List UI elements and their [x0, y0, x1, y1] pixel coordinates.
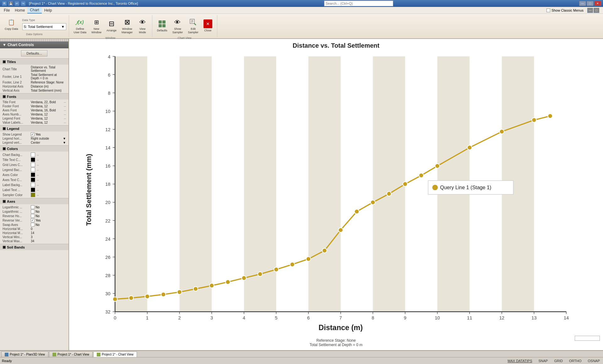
reverse-horiz-cb[interactable] [31, 214, 35, 218]
maximize-button[interactable]: □ [587, 1, 594, 6]
data-point[interactable] [145, 294, 150, 299]
data-point[interactable] [548, 114, 552, 118]
colors-section-header[interactable]: ▣ Colors [0, 145, 68, 152]
status-snap[interactable]: SNAP [537, 359, 549, 363]
minimize-button[interactable]: — [579, 1, 586, 6]
axes-color-swatch[interactable] [31, 173, 35, 177]
axes-color-edit[interactable]: -- [37, 173, 39, 177]
label-bg-swatch[interactable] [31, 183, 35, 187]
undo-icon[interactable]: ↩ [14, 1, 19, 6]
axes-section-header[interactable]: ▣ Axes [0, 198, 68, 204]
data-point[interactable] [419, 173, 424, 178]
data-point[interactable] [258, 272, 263, 276]
chart-bg-edit[interactable]: -- [37, 153, 39, 157]
tab-chart-1[interactable]: Project 1* - Chart View [49, 351, 93, 357]
legend-font-edit[interactable]: -- [64, 117, 66, 120]
data-point[interactable] [274, 267, 279, 272]
arrange-button[interactable]: ⊟ Arrange [104, 18, 119, 34]
axes-num-font-edit[interactable]: -- [64, 113, 66, 116]
footer-font-edit[interactable]: -- [64, 104, 66, 108]
titles-section-header[interactable]: ▣ Titles [0, 58, 68, 65]
data-point[interactable] [209, 283, 214, 288]
ribbon-maximize[interactable]: □ [594, 8, 599, 13]
legend-bg-edit[interactable]: -- [37, 168, 39, 172]
tab-plan-3d[interactable]: Project 1* - Plan/3D View [1, 351, 48, 357]
reverse-vert-cb[interactable]: ✓ [31, 218, 35, 222]
legend-horiz-arrow[interactable]: ▼ [63, 137, 66, 140]
search-input[interactable] [324, 1, 393, 6]
soil-bands-section-header[interactable]: ▣ Soil Bands [0, 244, 68, 250]
legend-bg-swatch[interactable] [31, 168, 35, 172]
data-point[interactable] [129, 296, 133, 300]
data-point[interactable] [371, 200, 375, 205]
svg-rect-0 [159, 20, 162, 24]
data-point[interactable] [177, 290, 182, 294]
data-point[interactable] [225, 280, 230, 284]
axes-font-edit[interactable]: -- [64, 109, 66, 112]
sampler-color-edit[interactable]: -- [37, 193, 39, 197]
label-text-edit[interactable]: -- [37, 188, 39, 192]
view-mode-button[interactable]: 👁 ViewMode [136, 16, 149, 36]
title-font-edit[interactable]: -- [64, 100, 66, 104]
menu-home[interactable]: Home [12, 8, 27, 13]
data-point[interactable] [290, 262, 295, 267]
legend-vert-arrow[interactable]: ▼ [63, 141, 66, 144]
menu-chart[interactable]: Chart [27, 7, 41, 13]
data-point[interactable] [387, 191, 391, 196]
swap-axes-cb[interactable] [31, 223, 35, 227]
data-point[interactable] [193, 286, 198, 291]
data-point[interactable] [355, 209, 359, 214]
grid-lines-edit[interactable]: -- [37, 163, 39, 167]
redo-icon[interactable]: ↪ [21, 1, 26, 6]
menu-help[interactable]: Help [42, 8, 55, 13]
data-point[interactable] [403, 182, 408, 186]
close-button[interactable]: ✕ [594, 1, 601, 6]
scroll-bar-horiz[interactable] [575, 336, 600, 341]
axes-text-swatch[interactable] [31, 178, 35, 182]
data-point[interactable] [467, 145, 472, 150]
title-text-swatch[interactable] [31, 158, 35, 162]
data-point[interactable] [242, 276, 246, 281]
show-legend-cb[interactable]: ✓ [31, 132, 35, 136]
status-grid[interactable]: GRID [553, 359, 564, 363]
value-labels-font-edit[interactable]: -- [64, 121, 66, 124]
label-bg-edit[interactable]: -- [37, 183, 39, 187]
axes-text-edit[interactable]: -- [37, 178, 39, 182]
edit-sampler-button[interactable]: EditSampler [186, 16, 201, 36]
ribbon-minimize[interactable]: — [587, 8, 593, 13]
close-ribbon-button[interactable]: ✕ Close [201, 18, 215, 34]
data-point[interactable] [499, 129, 504, 134]
data-point[interactable] [306, 257, 311, 261]
define-user-data-button[interactable]: 𝑓(x) DefineUser Data [72, 16, 89, 36]
grid-lines-swatch[interactable] [31, 163, 35, 167]
classic-menus-checkbox[interactable] [546, 8, 550, 12]
data-point[interactable] [532, 118, 536, 122]
status-osnap[interactable]: OSNAP [586, 359, 601, 363]
data-point[interactable] [161, 292, 166, 297]
new-window-button[interactable]: ⊞ NewWindow [89, 16, 104, 36]
data-type-select[interactable]: S: Total Settlement ▼ [22, 23, 66, 30]
label-text-swatch[interactable] [31, 188, 35, 192]
data-point[interactable] [435, 164, 440, 169]
chart-bg-swatch[interactable] [31, 153, 35, 157]
log-y-cb[interactable] [31, 210, 35, 213]
window-manager-button[interactable]: ⊠ WindowManager [119, 16, 135, 36]
defaults-button[interactable]: Defaults [155, 18, 170, 34]
scroll-texture [0, 39, 68, 41]
log-x-cb[interactable] [31, 205, 35, 209]
show-sampler-button[interactable]: 👁 ShowSampler [170, 16, 185, 36]
fonts-section-header[interactable]: ▣ Fonts [0, 93, 68, 99]
defaults-panel-button[interactable]: Defaults... [21, 50, 47, 56]
data-point[interactable] [113, 297, 117, 302]
legend-section-header[interactable]: ▣ Legend [0, 125, 68, 131]
sampler-color-swatch[interactable] [31, 193, 35, 197]
copy-data-button[interactable]: 📋 Copy Data [3, 16, 20, 32]
data-point[interactable] [338, 228, 343, 233]
save-icon[interactable]: 💾 [8, 1, 13, 6]
menu-file[interactable]: File [1, 8, 12, 13]
status-ortho[interactable]: ORTHO [568, 359, 583, 363]
status-max-datatips[interactable]: MAX DATATIPS [506, 359, 533, 363]
tab-chart-2[interactable]: Project 1* - Chart View [93, 351, 137, 357]
title-text-edit[interactable]: -- [37, 158, 39, 162]
data-point[interactable] [322, 248, 327, 253]
